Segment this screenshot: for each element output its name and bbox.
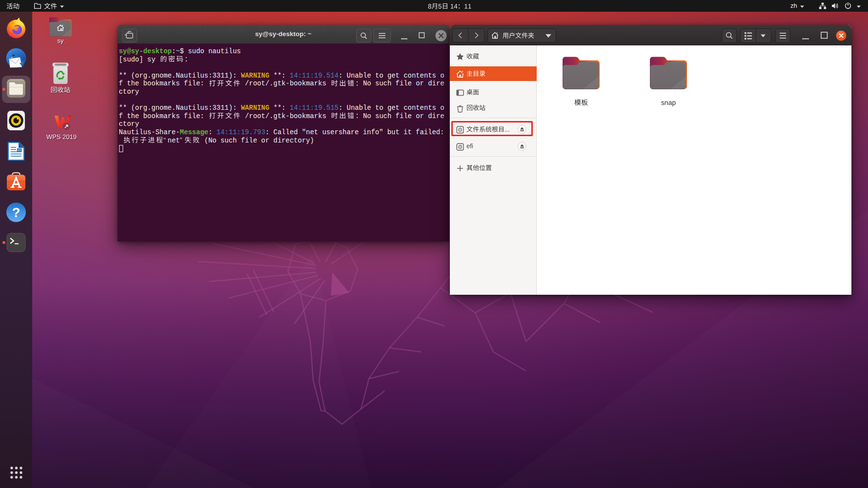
svg-text:?: ?	[12, 205, 20, 220]
